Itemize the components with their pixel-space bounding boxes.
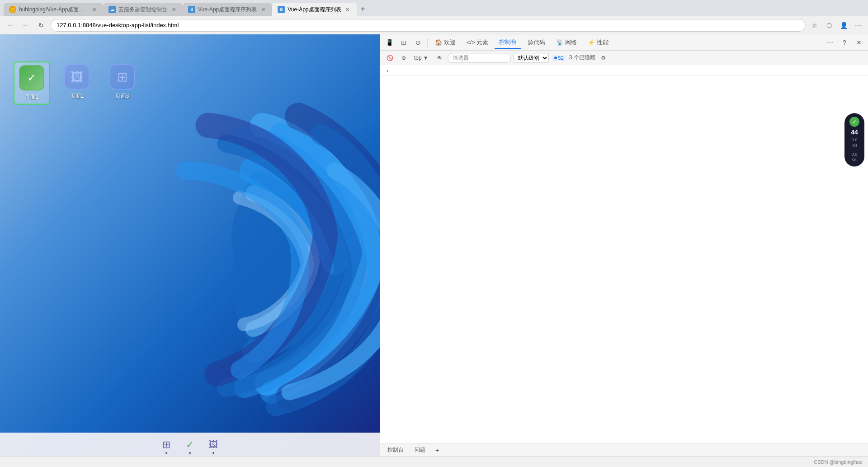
devtools-context-selector[interactable]: top ▼ [411,53,431,63]
check-taskbar-icon: ✓ [186,439,194,451]
hidden-count-label: 3 个已隐藏 [569,54,595,62]
icon-label-page3: 页面3 [115,92,129,100]
expand-chevron[interactable]: › [383,66,392,75]
devtools-chevron-row: › [380,65,868,76]
taskbar-dot-1 [165,452,167,454]
devtools-eye-button[interactable]: 👁 [434,53,445,63]
tab-vue-list-4[interactable]: 🖥 Vue-App桌面程序列表 ✕ [272,3,356,16]
tab-favicon-4: 🖥 [278,6,285,13]
devtools-separator-1 [427,38,428,47]
image-taskbar-icon: 🖼 [209,439,218,450]
desktop-icons: ✓ 页面1 🖼 页面2 ⊞ 页面3 [14,62,140,105]
nav-arrows: ← → [4,19,32,32]
new-tab-button[interactable]: + [357,3,369,15]
icon-label-page1: 页面1 [25,93,39,101]
tab-close-3[interactable]: ✕ [259,6,267,13]
taskbar: ⊞ ✓ 🖼 [0,433,380,456]
devtools-settings-button[interactable]: ⚙ [598,53,609,63]
devtools-customize-button[interactable]: ⋯ [824,36,836,49]
devtools-message-count-badge: 52 [552,55,566,61]
desktop-icon-page1[interactable]: ✓ 页面1 [14,62,50,105]
devtools-bottom-bar: 控制台 问题 + [380,443,868,456]
tab-title-3: Vue-App桌面程序序列表 [198,6,257,14]
context-label: top [414,55,422,61]
devtools-block-button[interactable]: ⊘ [399,53,409,63]
tab-cloud[interactable]: ☁ 云服务器管理控制台 ✕ [103,3,183,16]
tab-hubingbing[interactable]: ⬡ hubingbing/Vue-App桌面程序... ✕ [4,3,103,16]
speed-widget: ✓ 44 0.0 K/s 0.0 K/s [844,113,864,167]
desktop-background: ✓ 页面1 🖼 页面2 ⊞ 页面3 [0,34,380,456]
devtools-dot-menu[interactable]: ⊙ [412,36,425,49]
devtools-device-toggle[interactable]: 📱 [383,36,396,49]
icon-image-page3: ⊞ [109,64,135,90]
speed-divider [848,150,861,150]
devtools-level-select[interactable]: 默认级别 [514,53,549,63]
taskbar-icon-image[interactable]: 🖼 [203,435,223,455]
devtools-close-button[interactable]: ✕ [853,36,865,49]
forward-button[interactable]: → [18,19,32,32]
devtools-tab-console[interactable]: 控制台 [495,36,521,49]
tab-favicon-2: ☁ [108,6,116,13]
devtools-tab-network[interactable]: 📡 网络 [552,36,581,49]
attribution-text: CSDN @bingbingihao [814,459,863,465]
bottom-add-button[interactable]: + [433,446,442,455]
bottom-tab-issues[interactable]: 问题 [411,445,429,456]
context-chevron: ▼ [423,55,429,61]
more-button[interactable]: ⋯ [852,19,864,32]
content-area: ✓ 页面1 🖼 页面2 ⊞ 页面3 [0,34,868,456]
welcome-icon: 🏠 [435,39,442,46]
devtools-tab-performance[interactable]: ⚡ 性能 [583,36,613,49]
devtools-toolbar: 📱 ⊡ ⊙ 🏠 欢迎 </> 元素 控制台 源代码 📡 [380,34,868,51]
devtools-tab-elements[interactable]: </> 元素 [462,36,493,49]
bottom-tab-console[interactable]: 控制台 [384,445,407,456]
badge-dot [554,57,557,59]
devtools-console-content [380,76,868,443]
tabs-bar: ⬡ hubingbing/Vue-App桌面程序... ✕ ☁ 云服务器管理控制… [0,0,868,16]
user-button[interactable]: 👤 [837,19,850,32]
nav-icons-right: ☆ ⬡ 👤 ⋯ [808,19,864,32]
message-count: 52 [558,55,564,61]
extensions-button[interactable]: ⬡ [823,19,835,32]
desktop-icon-page3[interactable]: ⊞ 页面3 [104,62,140,105]
devtools-inspect-toggle[interactable]: ⊡ [397,36,410,49]
icon-image-page1: ✓ [19,65,44,91]
star-button[interactable]: ☆ [808,19,821,32]
tab-favicon-3: 🖥 [188,6,195,13]
icon-label-page2: 页面2 [70,92,84,100]
tab-title-1: hubingbing/Vue-App桌面程序... [19,6,88,14]
tab-title-2: 云服务器管理控制台 [118,6,167,14]
tab-vue-list-3[interactable]: 🖥 Vue-App桌面程序序列表 ✕ [183,3,272,16]
desktop-area: ✓ 页面1 🖼 页面2 ⊞ 页面3 [0,34,380,456]
devtools-filter-input[interactable] [448,53,511,63]
devtools-panel: 📱 ⊡ ⊙ 🏠 欢迎 </> 元素 控制台 源代码 📡 [380,34,868,456]
browser-window: ⬡ hubingbing/Vue-App桌面程序... ✕ ☁ 云服务器管理控制… [0,0,868,467]
calculator-taskbar-icon: ⊞ [162,439,170,451]
speed-unit: 0.0 K/s [851,138,857,148]
refresh-button[interactable]: ↻ [34,19,48,32]
tab-close-1[interactable]: ✕ [90,6,98,13]
taskbar-icon-check[interactable]: ✓ [180,435,200,455]
footer-bar: CSDN @bingbingihao [0,456,868,467]
devtools-secondary-toolbar: 🚫 ⊘ top ▼ 👁 默认级别 52 3 个已隐藏 ⚙ [380,51,868,65]
address-bar[interactable]: 127.0.0.1:8848/vue-desktop-app-list/inde… [51,19,806,32]
tab-title-4: Vue-App桌面程序列表 [288,6,341,14]
taskbar-icon-calculator[interactable]: ⊞ [156,435,176,455]
devtools-tab-sources[interactable]: 源代码 [523,36,550,49]
tab-close-4[interactable]: ✕ [344,6,351,13]
check-icon: ✓ [852,119,857,125]
devtools-clear-button[interactable]: 🚫 [384,53,396,63]
devtools-tab-welcome[interactable]: 🏠 欢迎 [430,36,460,49]
address-text: 127.0.0.1:8848/vue-desktop-app-list/inde… [57,22,179,29]
icon-image-page2: 🖼 [64,64,90,90]
navigation-bar: ← → ↻ 127.0.0.1:8848/vue-desktop-app-lis… [0,16,868,34]
taskbar-dot-3 [212,452,214,454]
desktop-icon-page2[interactable]: 🖼 页面2 [59,62,95,105]
upload-speed: 0.0 K/s [851,152,857,162]
back-button[interactable]: ← [4,19,17,32]
network-icon: 📡 [556,39,563,46]
performance-icon: ⚡ [588,39,595,46]
speed-value: 44 [851,129,858,136]
tab-close-2[interactable]: ✕ [170,6,177,13]
wallpaper-svg [95,103,380,419]
devtools-help-button[interactable]: ? [838,36,851,49]
